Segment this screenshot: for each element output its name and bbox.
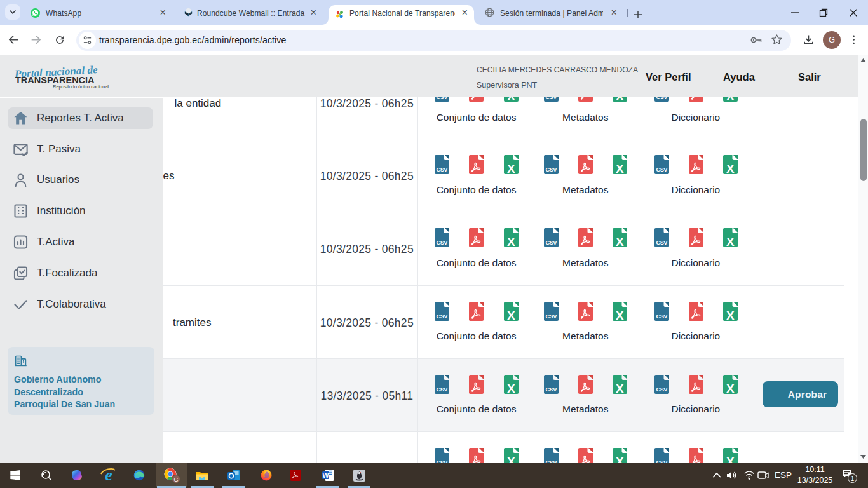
svg-text:CSV: CSV (437, 313, 449, 320)
svg-text:X: X (616, 235, 624, 247)
svg-text:X: X (726, 97, 735, 102)
svg-text:X: X (726, 382, 735, 394)
svg-text:CSV: CSV (656, 240, 668, 247)
svg-text:CSV: CSV (437, 97, 449, 100)
svg-text:CSV: CSV (656, 386, 668, 393)
svg-text:CSV: CSV (656, 97, 668, 100)
svg-text:CSV: CSV (656, 166, 668, 173)
svg-text:X: X (507, 455, 515, 463)
svg-text:CSV: CSV (546, 166, 558, 173)
svg-text:X: X (507, 97, 515, 102)
svg-text:X: X (507, 235, 515, 247)
svg-text:CSV: CSV (437, 386, 449, 393)
svg-text:X: X (616, 97, 624, 102)
svg-text:W: W (323, 471, 329, 479)
svg-text:X: X (726, 308, 735, 320)
svg-text:CSV: CSV (546, 386, 558, 393)
svg-text:X: X (507, 162, 515, 174)
svg-text:X: X (616, 308, 624, 320)
svg-text:X: X (616, 162, 624, 174)
svg-text:X: X (507, 308, 515, 320)
svg-text:X: X (726, 455, 735, 463)
svg-text:CSV: CSV (546, 313, 558, 320)
svg-text:X: X (726, 235, 735, 247)
svg-text:X: X (726, 162, 735, 174)
svg-text:CSV: CSV (437, 166, 449, 173)
svg-text:CSV: CSV (546, 240, 558, 247)
svg-text:CSV: CSV (656, 313, 668, 320)
svg-text:X: X (507, 382, 515, 394)
svg-text:X: X (616, 455, 624, 463)
svg-text:CSV: CSV (546, 97, 558, 100)
svg-text:CSV: CSV (437, 240, 449, 247)
svg-text:X: X (616, 382, 624, 394)
